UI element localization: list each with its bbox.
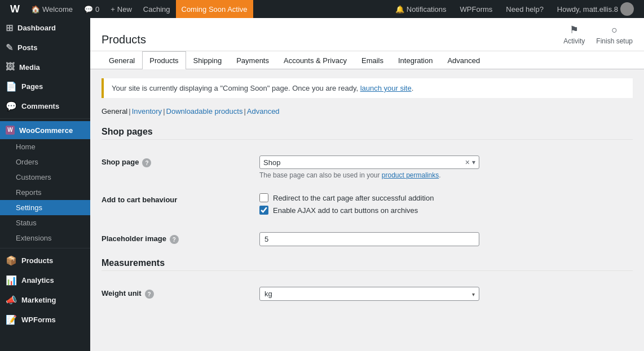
add-to-cart-label-cell: Add to cart behaviour bbox=[102, 193, 259, 204]
tab-advanced[interactable]: Advanced bbox=[440, 51, 487, 69]
sidebar-products-label: Products bbox=[21, 256, 53, 265]
placeholder-image-help-icon[interactable]: ? bbox=[170, 235, 179, 244]
sidebar-wpforms-label: WPForms bbox=[21, 316, 56, 324]
add-to-cart-label: Add to cart behaviour bbox=[102, 196, 177, 204]
adminbar-comments[interactable]: 💬 0 bbox=[78, 0, 105, 18]
sub-nav-general: General bbox=[102, 107, 127, 115]
activity-icon: ⚑ bbox=[570, 24, 579, 36]
dashboard-icon: ⊞ bbox=[6, 23, 13, 33]
product-permalinks-link[interactable]: product permalinks bbox=[382, 171, 439, 179]
shop-page-value: Shop bbox=[263, 158, 465, 167]
shop-page-label-cell: Shop page ? bbox=[102, 155, 259, 167]
sidebar-media-label: Media bbox=[19, 63, 40, 72]
tab-accounts[interactable]: Accounts & Privacy bbox=[276, 51, 354, 69]
sidebar-item-comments[interactable]: 💬 Comments bbox=[0, 96, 90, 116]
sidebar-item-pages[interactable]: 📄 Pages bbox=[0, 77, 90, 96]
adminbar-welcome-label: Welcome bbox=[42, 5, 73, 14]
tab-payments[interactable]: Payments bbox=[229, 51, 276, 69]
shop-page-select[interactable]: Shop × ▾ bbox=[259, 155, 479, 169]
launch-site-link[interactable]: launch your site bbox=[360, 84, 412, 92]
posts-icon: ✎ bbox=[6, 42, 13, 53]
admin-bar: W 🏠 Welcome 💬 0 + New Caching Coming Soo… bbox=[0, 0, 644, 18]
sub-nav-inventory[interactable]: Inventory bbox=[132, 107, 162, 115]
sidebar-posts-label: Posts bbox=[17, 43, 37, 52]
finish-setup-button[interactable]: ○ Finish setup bbox=[596, 24, 633, 45]
sidebar-item-woocommerce[interactable]: W WooCommerce bbox=[0, 121, 90, 139]
adminbar-right: 🔔 Notifications WPForms Need help? Howdy… bbox=[390, 0, 639, 18]
tab-emails[interactable]: Emails bbox=[354, 51, 391, 69]
redirect-checkbox[interactable] bbox=[259, 193, 268, 202]
comments-icon: 💬 bbox=[6, 101, 17, 112]
adminbar-user[interactable]: Howdy, matt.ellis.8 bbox=[552, 0, 639, 18]
wp-logo-item[interactable]: W bbox=[5, 0, 25, 18]
sidebar-dashboard-label: Dashboard bbox=[17, 24, 56, 32]
sidebar-item-settings[interactable]: Settings bbox=[0, 200, 90, 215]
sub-nav-downloadable[interactable]: Downloadable products bbox=[166, 107, 243, 115]
sidebar-pages-label: Pages bbox=[21, 82, 43, 91]
weight-unit-select-wrapper: kg g lbs oz ▾ bbox=[259, 287, 479, 301]
sidebar-item-media[interactable]: 🖼 Media bbox=[0, 57, 90, 77]
ajax-checkbox[interactable] bbox=[259, 206, 268, 215]
sidebar-woo-submenu: Home Orders Customers Reports Settings S… bbox=[0, 139, 90, 246]
adminbar-wpforms-label: WPForms bbox=[460, 5, 493, 14]
media-icon: 🖼 bbox=[6, 62, 15, 72]
adminbar-caching-label: Caching bbox=[143, 5, 170, 14]
shop-page-help-icon[interactable]: ? bbox=[142, 158, 151, 167]
weight-unit-label: Weight unit bbox=[102, 289, 142, 297]
shop-page-row: Shop page ? Shop × ▾ The base page can a… bbox=[102, 149, 633, 186]
notice-suffix: . bbox=[412, 84, 414, 92]
sub-nav-advanced[interactable]: Advanced bbox=[247, 107, 280, 115]
analytics-icon: 📊 bbox=[6, 275, 17, 286]
secondary-header: Products ⚑ Activity ○ Finish setup bbox=[90, 18, 644, 51]
activity-button[interactable]: ⚑ Activity bbox=[563, 24, 585, 45]
adminbar-caching[interactable]: Caching bbox=[138, 0, 176, 18]
sidebar-item-products[interactable]: 📦 Products bbox=[0, 251, 90, 270]
sidebar-item-dashboard[interactable]: ⊞ Dashboard bbox=[0, 18, 90, 38]
finish-setup-label: Finish setup bbox=[596, 37, 633, 45]
sidebar-item-extensions[interactable]: Extensions bbox=[0, 230, 90, 246]
adminbar-notifications[interactable]: 🔔 Notifications bbox=[390, 0, 452, 18]
ajax-label: Enable AJAX add to cart buttons on archi… bbox=[273, 206, 418, 215]
page-title-text: Products bbox=[102, 33, 146, 46]
tab-integration[interactable]: Integration bbox=[391, 51, 440, 69]
products-icon: 📦 bbox=[6, 255, 17, 266]
weight-unit-help-icon[interactable]: ? bbox=[145, 290, 154, 299]
notice-text: Your site is currently displaying a "Com… bbox=[112, 84, 358, 92]
shop-page-clear-icon[interactable]: × bbox=[465, 158, 470, 167]
avatar bbox=[620, 2, 634, 16]
sidebar-item-marketing[interactable]: 📣 Marketing bbox=[0, 290, 90, 310]
sidebar-marketing-label: Marketing bbox=[21, 296, 56, 304]
adminbar-wpforms[interactable]: WPForms bbox=[455, 0, 499, 18]
sidebar-item-reports[interactable]: Reports bbox=[0, 185, 90, 200]
placeholder-image-label-cell: Placeholder image ? bbox=[102, 232, 259, 244]
sidebar-item-wpforms[interactable]: 📝 WPForms bbox=[0, 310, 90, 330]
weight-unit-select[interactable]: kg g lbs oz bbox=[259, 287, 479, 301]
sidebar-item-analytics[interactable]: 📊 Analytics bbox=[0, 270, 90, 290]
adminbar-new-label: New bbox=[117, 5, 132, 14]
sidebar-item-customers[interactable]: Customers bbox=[0, 170, 90, 185]
sidebar: ⊞ Dashboard ✎ Posts 🖼 Media 📄 Pages 💬 Co… bbox=[0, 18, 90, 351]
adminbar-welcome[interactable]: 🏠 Welcome bbox=[25, 0, 78, 18]
content-area: Your site is currently displaying a "Com… bbox=[90, 69, 644, 351]
redirect-checkbox-row: Redirect to the cart page after successf… bbox=[259, 193, 633, 202]
placeholder-image-row: Placeholder image ? bbox=[102, 225, 633, 254]
sidebar-item-home[interactable]: Home bbox=[0, 139, 90, 154]
shop-pages-section: Shop pages Shop page ? Shop × ▾ bbox=[102, 127, 633, 254]
sidebar-analytics-label: Analytics bbox=[21, 276, 54, 285]
sidebar-item-status[interactable]: Status bbox=[0, 215, 90, 230]
tab-shipping[interactable]: Shipping bbox=[186, 51, 230, 69]
sidebar-item-posts[interactable]: ✎ Posts bbox=[0, 38, 90, 57]
sub-nav: General | Inventory | Downloadable produ… bbox=[102, 107, 633, 115]
shop-page-desc: The base page can also be used in your p… bbox=[259, 171, 633, 179]
tab-general[interactable]: General bbox=[102, 51, 142, 69]
sidebar-item-orders[interactable]: Orders bbox=[0, 154, 90, 170]
placeholder-image-field bbox=[259, 232, 633, 246]
adminbar-help[interactable]: Need help? bbox=[500, 0, 549, 18]
adminbar-new[interactable]: + New bbox=[105, 0, 138, 18]
placeholder-image-input[interactable] bbox=[259, 232, 479, 246]
adminbar-coming-soon[interactable]: Coming Soon Active bbox=[176, 0, 253, 18]
sub-nav-sep-1: | bbox=[129, 107, 130, 115]
wp-logo-icon: W bbox=[10, 3, 20, 15]
chevron-down-icon: ▾ bbox=[472, 158, 475, 166]
tab-products[interactable]: Products bbox=[142, 51, 186, 69]
